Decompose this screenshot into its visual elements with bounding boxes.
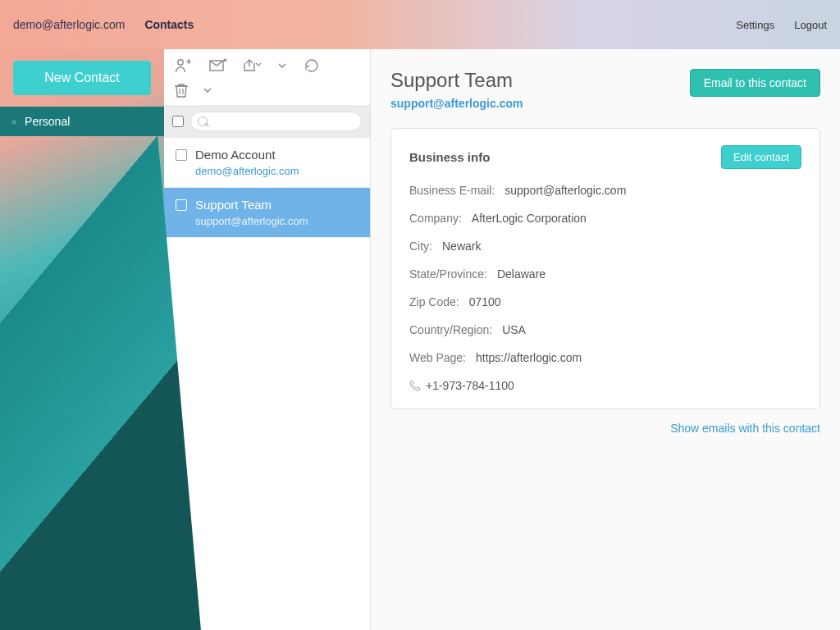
search-box[interactable] [190,112,362,131]
info-label: City: [409,240,432,253]
phone-icon [409,380,421,391]
info-value: Delaware [497,267,546,281]
contact-toolbar [164,49,370,82]
contact-item[interactable]: Demo Account demo@afterlogic.com [164,138,370,188]
nav-contacts[interactable]: Contacts [144,18,194,31]
compose-mail-icon[interactable] [208,56,228,75]
phone-value: +1-973-784-1100 [426,379,514,392]
select-all-checkbox[interactable] [172,116,184,127]
search-input[interactable] [212,112,354,130]
info-value: AfterLogic Corporation [472,212,587,225]
info-label: Business E-mail: [409,184,495,197]
search-row [164,105,370,138]
info-label: Zip Code: [409,295,459,308]
contact-item[interactable]: Support Team support@afterlogic.com [164,188,370,238]
detail-panel: Support Team support@afterlogic.com Emai… [371,49,840,630]
info-label: Company: [409,212,462,225]
info-row-web: Web Page: https://afterlogic.com [409,351,801,364]
info-value: https://afterlogic.com [476,351,582,364]
chevron-down-icon[interactable] [277,56,287,75]
info-row-country: Country/Region: USA [409,323,801,336]
detail-title: Support Team [390,69,523,92]
more-chevron-icon[interactable] [203,88,213,93]
info-label: Web Page: [409,351,466,364]
email-contact-button[interactable]: Email to this contact [690,69,820,97]
info-row-state: State/Province: Delaware [409,267,801,281]
info-label: State/Province: [409,267,487,281]
info-row-city: City: Newark [409,240,801,253]
top-header: demo@afterlogic.com Contacts Settings Lo… [0,0,840,49]
refresh-icon[interactable] [302,56,322,75]
logout-link[interactable]: Logout [794,19,827,31]
business-info-card: Business info Edit contact Business E-ma… [390,128,820,409]
contact-name: Support Team [195,198,358,212]
trash-icon[interactable] [174,82,189,98]
sidebar-group-personal[interactable]: Personal [0,107,164,136]
contact-email: demo@afterlogic.com [195,165,358,177]
info-row-company: Company: AfterLogic Corporation [409,212,801,225]
show-emails-link[interactable]: Show emails with this contact [670,422,820,435]
contact-name: Demo Account [195,148,358,162]
edit-contact-button[interactable]: Edit contact [721,145,801,169]
import-export-icon[interactable] [243,56,262,75]
card-title: Business info [409,150,490,164]
account-email[interactable]: demo@afterlogic.com [13,18,125,31]
contact-checkbox[interactable] [176,149,187,161]
detail-email[interactable]: support@afterlogic.com [390,97,523,110]
info-label: Country/Region: [409,323,492,336]
info-value: Newark [442,240,481,253]
new-contact-button[interactable]: New Contact [13,61,151,95]
info-value: USA [502,323,526,336]
contact-checkbox[interactable] [176,199,187,211]
info-value: 07100 [469,295,501,308]
info-row-phone: +1-973-784-1100 [409,379,801,392]
svg-point-0 [178,60,183,65]
sidebar-group-label: Personal [25,115,70,128]
contact-list-panel: Demo Account demo@afterlogic.com Support… [164,49,371,630]
sidebar: New Contact Personal [0,49,164,630]
contact-email: support@afterlogic.com [195,215,358,227]
settings-link[interactable]: Settings [736,19,774,31]
info-row-business-email: Business E-mail: support@afterlogic.com [409,184,801,197]
add-contact-icon[interactable] [174,56,194,75]
info-value: support@afterlogic.com [504,184,626,197]
info-row-zip: Zip Code: 07100 [409,295,801,308]
